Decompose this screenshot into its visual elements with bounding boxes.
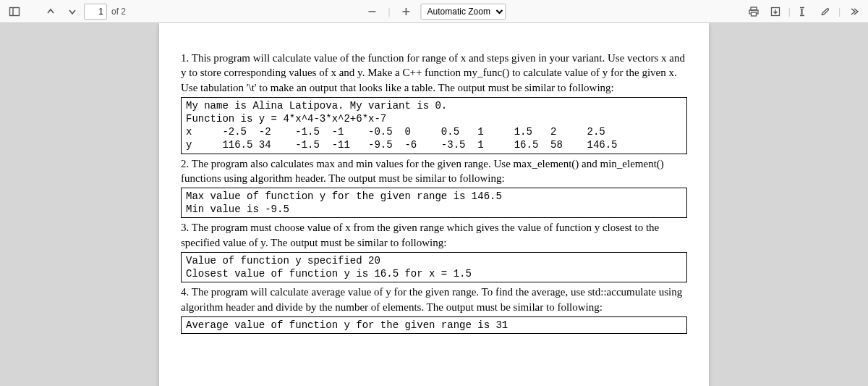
more-tools-button[interactable] — [843, 1, 864, 22]
box2-line1: Max value of function y for the given ra… — [186, 190, 502, 202]
paragraph-1: 1. This program will calculate value of … — [181, 51, 687, 95]
prev-page-button[interactable] — [41, 1, 61, 22]
pdf-toolbar: of 2 | Automatic Zoom | I | — [0, 0, 868, 23]
next-page-button[interactable] — [62, 1, 82, 22]
toolbar-center: | Automatic Zoom — [362, 1, 506, 22]
print-button[interactable] — [744, 1, 764, 22]
output-box-3: Value of function y specified 20 Closest… — [181, 252, 687, 282]
box1-line4: y 116.5 34 -1.5 -11 -9.5 -6 -3.5 1 16.5 … — [186, 139, 618, 151]
pdf-viewer[interactable]: 1. This program will calculate value of … — [0, 23, 868, 386]
document-page: 1. This program will calculate value of … — [159, 23, 709, 386]
svg-rect-0 — [10, 7, 20, 15]
page-count-label: of 2 — [111, 7, 126, 17]
download-button[interactable] — [765, 1, 786, 22]
sidebar-toggle-button[interactable] — [4, 1, 25, 22]
paragraph-3: 3. The program must choose value of x fr… — [181, 220, 687, 250]
toolbar-left: of 2 — [0, 1, 126, 22]
page-number-input[interactable] — [84, 4, 107, 20]
box1-line1: My name is Alina Latipova. My variant is… — [186, 100, 447, 112]
output-box-1: My name is Alina Latipova. My variant is… — [181, 97, 687, 154]
box1-line2: Function is y = 4*x^4-3*x^2+6*x-7 — [186, 113, 386, 125]
separator: | — [388, 7, 390, 17]
box4-line1: Average value of function y for the give… — [186, 319, 508, 331]
zoom-in-button[interactable] — [396, 1, 417, 22]
toolbar-right: | I | — [744, 1, 868, 22]
text-tool-button[interactable]: I — [793, 1, 814, 22]
draw-tool-button[interactable] — [815, 1, 835, 22]
paragraph-2: 2. The program also calculates max and m… — [181, 156, 687, 186]
svg-rect-7 — [751, 12, 756, 16]
zoom-out-button[interactable] — [362, 1, 382, 22]
separator: | — [788, 7, 791, 17]
output-box-4: Average value of function y for the give… — [181, 316, 687, 334]
box3-line2: Closest value of function y is 16.5 for … — [186, 268, 472, 280]
output-box-2: Max value of function y for the given ra… — [181, 188, 687, 218]
box3-line1: Value of function y specified 20 — [186, 255, 380, 267]
box2-line2: Min value is -9.5 — [186, 204, 289, 215]
paragraph-4: 4. The program will calculate average va… — [181, 285, 687, 314]
box1-line3: x -2.5 -2 -1.5 -1 -0.5 0 0.5 1 1.5 2 2.5 — [186, 126, 605, 138]
separator: | — [838, 7, 841, 17]
zoom-select[interactable]: Automatic Zoom — [421, 4, 506, 20]
